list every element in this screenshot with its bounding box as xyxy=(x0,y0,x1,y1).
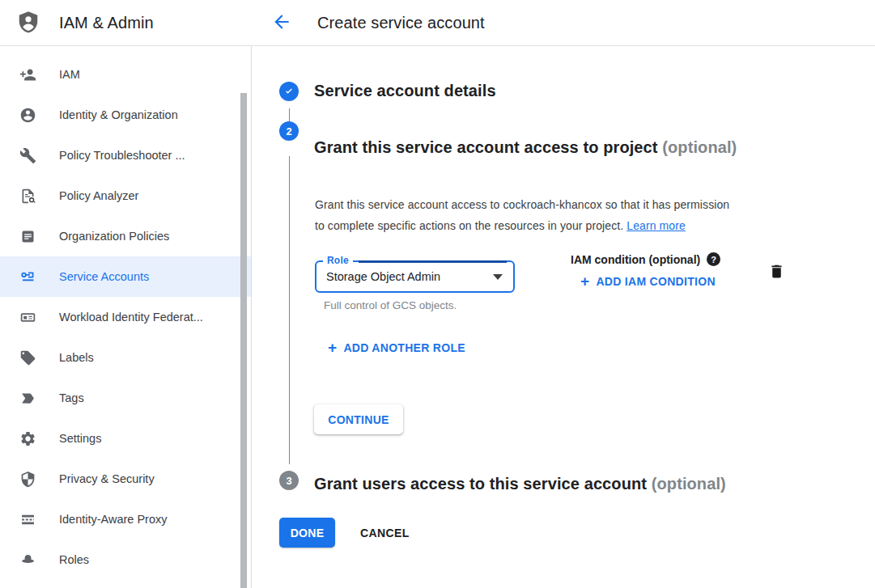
sidebar-item-label: IAM xyxy=(59,68,80,81)
step-connector-line xyxy=(289,156,291,464)
add-iam-condition-button[interactable]: + ADD IAM CONDITION xyxy=(580,275,716,288)
step-connector-line xyxy=(289,108,291,122)
iam-condition-label-text: IAM condition (optional) xyxy=(571,253,700,266)
person-add-icon xyxy=(19,66,36,83)
step2-title: Grant this service account access to pro… xyxy=(314,133,800,161)
step1-title: Service account details xyxy=(314,82,496,100)
role-selected-value: Storage Object Admin xyxy=(326,262,440,291)
trash-icon xyxy=(768,270,785,282)
sidebar-item-labels[interactable]: Labels xyxy=(0,337,251,378)
sidebar-item-label: Service Accounts xyxy=(59,270,149,283)
sidebar-item-service-accounts[interactable]: Service Accounts xyxy=(0,256,251,297)
description-line1: Grant this service account access to coc… xyxy=(315,198,729,211)
app-window: IAM & Admin Create service account IAMId… xyxy=(0,0,875,588)
step3-title: Grant users access to this service accou… xyxy=(314,470,864,497)
page-title: Create service account xyxy=(317,0,485,45)
step3-number: 3 xyxy=(286,475,291,487)
step2-title-text: Grant this service account access to pro… xyxy=(314,138,658,156)
gear-icon xyxy=(19,430,36,447)
learn-more-link[interactable]: Learn more xyxy=(627,219,686,232)
sidebar-item-label: Workload Identity Federat... xyxy=(59,311,203,324)
badge-card-icon xyxy=(19,309,36,326)
continue-button[interactable]: CONTINUE xyxy=(314,404,403,434)
plus-icon: + xyxy=(328,341,337,354)
sidebar-item-identity-organization[interactable]: Identity & Organization xyxy=(0,95,251,135)
add-iam-condition-label: ADD IAM CONDITION xyxy=(596,275,715,288)
back-arrow-button[interactable] xyxy=(270,11,293,34)
sidebar-scrollbar[interactable] xyxy=(240,93,247,588)
sidebar-item-roles[interactable]: Roles xyxy=(0,539,251,580)
sidebar-item-label: Policy Analyzer xyxy=(59,189,138,202)
role-helper-text: Full control of GCS objects. xyxy=(324,299,457,311)
help-glyph: ? xyxy=(711,255,716,264)
sidebar-item-label: Identity & Organization xyxy=(59,108,178,121)
sidebar-item-identity-aware-proxy[interactable]: Identity-Aware Proxy xyxy=(0,499,251,539)
sidebar-item-label: Tags xyxy=(59,391,84,404)
sidebar-item-policy-analyzer[interactable]: Policy Analyzer xyxy=(0,176,251,216)
description-line2: to complete specific actions on the reso… xyxy=(315,219,623,232)
sidebar-item-label: Organization Policies xyxy=(59,230,169,243)
help-icon[interactable]: ? xyxy=(707,252,720,266)
sidebar-item-settings[interactable]: Settings xyxy=(0,418,251,459)
shield-half-icon xyxy=(19,471,36,488)
sidebar-item-iam[interactable]: IAM xyxy=(0,54,251,95)
sidebar-item-privacy-security[interactable]: Privacy & Security xyxy=(0,459,251,499)
iam-condition-label: IAM condition (optional) ? xyxy=(571,252,720,266)
back-arrow-icon xyxy=(271,23,292,35)
role-select[interactable]: Role Storage Object Admin xyxy=(315,260,515,293)
sidebar-item-policy-troubleshooter[interactable]: Policy Troubleshooter ... xyxy=(0,135,251,176)
add-another-role-button[interactable]: + ADD ANOTHER ROLE xyxy=(328,341,465,354)
add-another-role-label: ADD ANOTHER ROLE xyxy=(343,341,465,354)
done-button[interactable]: DONE xyxy=(279,518,335,548)
step3-title-text: Grant users access to this service accou… xyxy=(314,475,647,493)
sidebar-item-label: Policy Troubleshooter ... xyxy=(59,149,185,162)
step2-optional-label: (optional) xyxy=(662,138,737,156)
step3-optional-label: (optional) xyxy=(652,475,726,493)
policy-analyzer-icon xyxy=(19,188,36,205)
main-content: Service account details 2 Grant this ser… xyxy=(252,46,875,588)
document-lines-icon xyxy=(19,228,36,245)
sidebar-item-workload-identity-federat[interactable]: Workload Identity Federat... xyxy=(0,297,251,337)
sidebar-item-label: Identity-Aware Proxy xyxy=(59,513,168,526)
hat-icon xyxy=(19,552,36,569)
account-circle-icon xyxy=(19,107,36,124)
cancel-button[interactable]: CANCEL xyxy=(347,518,423,548)
label-tag-icon xyxy=(19,349,36,366)
sidebar-item-label: Labels xyxy=(59,351,94,364)
service-account-key-icon xyxy=(19,269,36,286)
plus-icon: + xyxy=(580,275,589,288)
proxy-road-icon xyxy=(19,511,36,528)
app-header: IAM & Admin Create service account xyxy=(0,0,875,46)
sidebar-item-label: Settings xyxy=(59,432,101,445)
dropdown-caret-icon xyxy=(493,274,503,280)
delete-role-button[interactable] xyxy=(767,263,786,282)
sidebar-item-label: Privacy & Security xyxy=(59,472,155,485)
sidebar-item-organization-policies[interactable]: Organization Policies xyxy=(0,216,251,256)
sidebar-nav: IAMIdentity & OrganizationPolicy Trouble… xyxy=(0,46,252,588)
step2-description: Grant this service account access to coc… xyxy=(315,195,805,236)
sidebar-item-tags[interactable]: Tags xyxy=(0,378,251,418)
tag-arrow-icon xyxy=(19,390,36,407)
product-title: IAM & Admin xyxy=(59,0,154,45)
step1-complete-check-icon xyxy=(279,82,299,101)
step2-number: 2 xyxy=(286,125,291,137)
sidebar-item-list: IAMIdentity & OrganizationPolicy Trouble… xyxy=(0,54,251,580)
step3-number-badge: 3 xyxy=(279,471,299,490)
wrench-icon xyxy=(19,147,36,164)
sidebar-item-label: Roles xyxy=(59,553,89,566)
step2-number-badge: 2 xyxy=(279,121,299,141)
iam-admin-shield-logo-icon xyxy=(16,11,40,35)
